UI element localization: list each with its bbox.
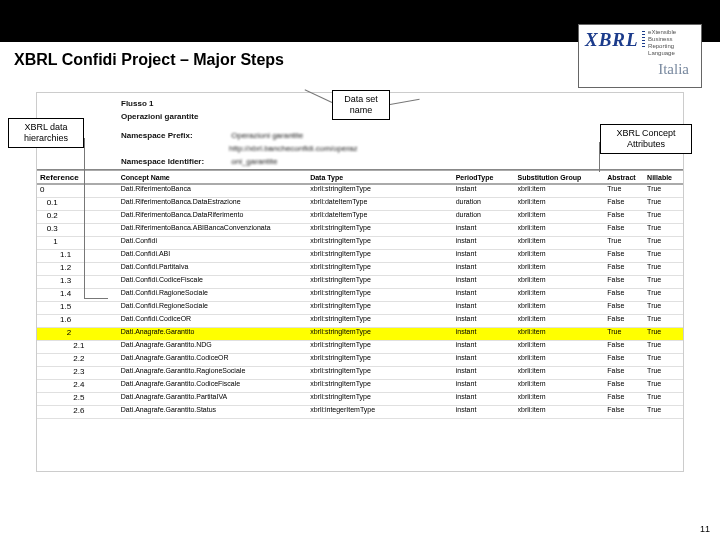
table-row: 2.4Dati.Anagrafe.Garantito.CodiceFiscale… [37, 380, 683, 393]
table-row: 2Dati.Anagrafe.Garantitoxbrli:stringItem… [37, 328, 683, 341]
col-period: PeriodType [456, 174, 518, 181]
table-row: 1.6Dati.Confidi.CodiceORxbrli:stringItem… [37, 315, 683, 328]
meta-nsid-value: oni_garantite [231, 155, 277, 168]
connector-line [84, 138, 85, 298]
table-row: 0.2Dati.RiferimentoBanca.DataRiferimento… [37, 211, 683, 224]
logo-tagline-2: Reporting Language [648, 43, 695, 57]
spreadsheet-screenshot: Flusso 1 Operazioni garantite Namespace … [36, 92, 684, 472]
col-concept: Concept Name [121, 174, 310, 181]
col-subgroup: Substitution Group [518, 174, 608, 181]
table-row: 1.4Dati.Confidi.RagioneSocialexbrli:stri… [37, 289, 683, 302]
callout-dataset-name: Data set name [332, 90, 390, 120]
table-header-row: Reference Concept Name Data Type PeriodT… [37, 170, 683, 185]
meta-nsprefix-value: Operazioni garantite [231, 129, 303, 142]
col-nillable: Nillable [647, 174, 683, 181]
table-row: 1.1Dati.Confidi.ABIxbrli:stringItemTypei… [37, 250, 683, 263]
table-row: 1.2Dati.Confidi.PartitaIvaxbrli:stringIt… [37, 263, 683, 276]
xbrl-logo: XBRL eXtensible Business Reporting Langu… [578, 24, 702, 88]
table-row: 2.6Dati.Anagrafe.Garantito.Statusxbrli:i… [37, 406, 683, 419]
table-row: 0.3Dati.RiferimentoBanca.ABIBancaConvenz… [37, 224, 683, 237]
meta-nsprefix-label: Namespace Prefix: [121, 129, 229, 142]
callout-xbrl-attributes: XBRL Concept Attributes [600, 124, 692, 154]
page-number: 11 [700, 524, 710, 534]
col-datatype: Data Type [310, 174, 456, 181]
logo-stripes-icon [642, 31, 645, 48]
logo-tagline-1: eXtensible Business [648, 29, 695, 43]
diagram-area: Data set name XBRL data hierarchies XBRL… [36, 92, 684, 492]
meta-nsid-label: Namespace Identifier: [121, 155, 229, 168]
table-row: 0.1Dati.RiferimentoBanca.DataEstrazionex… [37, 198, 683, 211]
table-row: 0Dati.RiferimentoBancaxbrli:stringItemTy… [37, 185, 683, 198]
logo-subtitle: Italia [585, 61, 695, 78]
table-row: 2.3Dati.Anagrafe.Garantito.RagioneSocial… [37, 367, 683, 380]
col-abstract: Abstract [607, 174, 647, 181]
table-row: 2.1Dati.Anagrafe.Garantito.NDGxbrli:stri… [37, 341, 683, 354]
page-title: XBRL Confidi Project – Major Steps [14, 51, 284, 69]
callout-xbrl-hierarchies: XBRL data hierarchies [8, 118, 84, 148]
col-reference: Reference [37, 173, 121, 182]
concept-table: Reference Concept Name Data Type PeriodT… [37, 169, 683, 419]
meta-flow-label: Flusso 1 [121, 97, 229, 110]
meta-flow-value: Operazioni garantite [121, 110, 229, 123]
connector-line [84, 298, 108, 299]
logo-brand: XBRL [585, 29, 639, 51]
table-row: 1.3Dati.Confidi.CodiceFiscalexbrli:strin… [37, 276, 683, 289]
table-row: 2.2Dati.Anagrafe.Garantito.CodiceORxbrli… [37, 354, 683, 367]
table-row: 2.5Dati.Anagrafe.Garantito.PartitaIVAxbr… [37, 393, 683, 406]
meta-nsuri-value: http://xbrl.bancheconfidi.com/operaz [229, 142, 358, 155]
table-row: 1.5Dati.Confidi.RegioneSocialexbrli:stri… [37, 302, 683, 315]
table-row: 1Dati.Confidixbrli:stringItemTypeinstant… [37, 237, 683, 250]
